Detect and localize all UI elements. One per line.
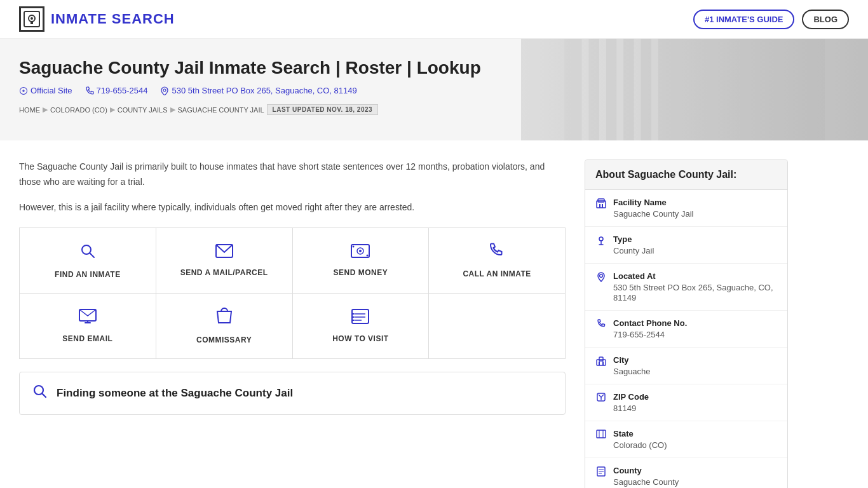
svg-point-37 bbox=[599, 237, 603, 241]
sidebar: About Saguache County Jail: Facility Nam… bbox=[585, 159, 788, 488]
breadcrumb-home[interactable]: HOME bbox=[19, 106, 40, 114]
zip-label: ZIP Code bbox=[613, 392, 649, 402]
how-to-visit-label: HOW TO VISIT bbox=[332, 334, 388, 343]
site-header: INMATE SEARCH #1 INMATE'S GUIDE BLOG bbox=[0, 0, 868, 39]
located-at-value: 530 5th Street PO Box 265, Saguache, CO,… bbox=[613, 283, 773, 302]
intro-paragraph-1: The Saguache County Jail is primarily bu… bbox=[19, 159, 566, 190]
hero-meta: Official Site 719-655-2544 530 5th Stree… bbox=[19, 86, 849, 95]
info-facility-name: Facility Name Saguache County Jail bbox=[585, 190, 787, 227]
main-container: The Saguache County Jail is primarily bu… bbox=[0, 140, 868, 488]
svg-rect-28 bbox=[353, 313, 355, 315]
send-email-icon bbox=[79, 309, 97, 328]
svg-point-19 bbox=[353, 246, 355, 248]
svg-rect-2 bbox=[31, 21, 33, 24]
commissary-label: COMMISSARY bbox=[196, 336, 252, 344]
header-nav: #1 INMATE'S GUIDE BLOG bbox=[693, 10, 849, 29]
state-icon bbox=[595, 430, 607, 441]
county-icon bbox=[595, 466, 607, 479]
svg-point-18 bbox=[359, 250, 362, 252]
guide-button[interactable]: #1 INMATE'S GUIDE bbox=[693, 10, 794, 29]
page-title: Saguache County Jail Inmate Search | Ros… bbox=[19, 58, 849, 78]
info-county: County Saguache County bbox=[585, 458, 787, 488]
county-value: Saguache County bbox=[613, 477, 679, 487]
call-inmate-label: CALL AN INMATE bbox=[463, 269, 531, 278]
svg-line-14 bbox=[90, 254, 94, 258]
svg-point-12 bbox=[163, 89, 166, 92]
blog-button[interactable]: BLOG bbox=[802, 10, 849, 29]
facility-name-icon bbox=[595, 198, 607, 211]
send-email-label: SEND EMAIL bbox=[62, 334, 112, 343]
finding-title: Finding someone at the Saguache County J… bbox=[57, 387, 293, 400]
located-at-icon bbox=[595, 272, 607, 285]
city-label: City bbox=[613, 355, 651, 365]
sidebar-card: About Saguache County Jail: Facility Nam… bbox=[585, 159, 788, 488]
info-phone: Contact Phone No. 719-655-2544 bbox=[585, 311, 787, 348]
address-info: 530 5th Street PO Box 265, Saguache, CO,… bbox=[160, 86, 356, 95]
action-how-to-visit[interactable]: HOW TO VISIT bbox=[293, 294, 430, 358]
phone-value: 719-655-2544 bbox=[613, 330, 665, 339]
svg-rect-34 bbox=[599, 204, 600, 208]
state-label: State bbox=[613, 429, 667, 438]
sidebar-body: Facility Name Saguache County Jail Type … bbox=[585, 190, 787, 488]
info-state: State Colorado (CO) bbox=[585, 421, 787, 458]
logo-text: INMATE SEARCH bbox=[51, 11, 175, 27]
city-value: Saguache bbox=[613, 367, 651, 376]
official-site-link[interactable]: Official Site bbox=[19, 86, 72, 95]
svg-rect-29 bbox=[353, 316, 355, 318]
action-grid: FIND AN INMATE SEND A MAIL/PARCEL bbox=[19, 227, 566, 359]
svg-point-38 bbox=[600, 274, 603, 278]
state-value: Colorado (CO) bbox=[613, 440, 667, 450]
svg-rect-30 bbox=[353, 320, 355, 321]
svg-rect-45 bbox=[597, 430, 606, 438]
commissary-icon bbox=[216, 308, 233, 329]
action-commissary[interactable]: COMMISSARY bbox=[156, 294, 293, 358]
sidebar-header: About Saguache County Jail: bbox=[585, 160, 787, 190]
phone-label: Contact Phone No. bbox=[613, 318, 687, 328]
finding-search-icon bbox=[32, 384, 48, 403]
svg-point-20 bbox=[367, 255, 369, 257]
send-mail-label: SEND A MAIL/PARCEL bbox=[180, 268, 268, 277]
send-mail-icon bbox=[215, 244, 233, 262]
how-to-visit-icon bbox=[351, 309, 369, 328]
intro-paragraph-2: However, this is a jail facility where t… bbox=[19, 200, 566, 215]
action-find-inmate[interactable]: FIND AN INMATE bbox=[20, 228, 156, 293]
breadcrumb-current[interactable]: SAGUACHE COUNTY JAIL bbox=[178, 106, 264, 114]
last-updated-badge: LAST UPDATED NOV. 18, 2023 bbox=[267, 104, 379, 115]
breadcrumb: HOME ▶ COLORADO (CO) ▶ COUNTY JAILS ▶ SA… bbox=[19, 104, 849, 115]
county-label: County bbox=[613, 466, 679, 475]
type-icon bbox=[595, 235, 607, 248]
action-send-email[interactable]: SEND EMAIL bbox=[20, 294, 156, 358]
zip-icon bbox=[595, 393, 607, 404]
info-zip: ZIP Code 81149 bbox=[585, 384, 787, 421]
phone-icon bbox=[595, 319, 607, 332]
type-label: Type bbox=[613, 234, 654, 244]
facility-name-label: Facility Name bbox=[613, 198, 693, 207]
info-type: Type County Jail bbox=[585, 227, 787, 264]
site-logo[interactable]: INMATE SEARCH bbox=[19, 6, 175, 32]
action-send-mail[interactable]: SEND A MAIL/PARCEL bbox=[156, 228, 293, 293]
located-at-label: Located At bbox=[613, 271, 777, 281]
action-call-inmate[interactable]: CALL AN INMATE bbox=[429, 228, 565, 293]
call-inmate-icon bbox=[489, 243, 505, 263]
find-inmate-icon bbox=[79, 242, 97, 264]
svg-rect-40 bbox=[599, 362, 600, 365]
city-icon bbox=[595, 356, 607, 369]
breadcrumb-county-jails[interactable]: COUNTY JAILS bbox=[118, 106, 168, 114]
finding-section: Finding someone at the Saguache County J… bbox=[19, 372, 566, 415]
hero-section: Saguache County Jail Inmate Search | Ros… bbox=[0, 39, 868, 140]
action-send-money[interactable]: SEND MONEY bbox=[293, 228, 430, 293]
svg-rect-42 bbox=[599, 357, 603, 361]
send-money-label: SEND MONEY bbox=[334, 268, 388, 277]
find-inmate-label: FIND AN INMATE bbox=[55, 270, 121, 279]
zip-value: 81149 bbox=[613, 403, 636, 413]
svg-rect-41 bbox=[602, 362, 604, 365]
send-money-icon bbox=[351, 244, 370, 262]
phone-link[interactable]: 719-655-2544 bbox=[85, 86, 148, 95]
svg-rect-35 bbox=[602, 204, 603, 208]
action-row-1: FIND AN INMATE SEND A MAIL/PARCEL bbox=[20, 228, 565, 294]
facility-name-value: Saguache County Jail bbox=[613, 209, 693, 219]
breadcrumb-state[interactable]: COLORADO (CO) bbox=[50, 106, 107, 114]
svg-line-32 bbox=[43, 394, 46, 398]
info-located-at: Located At 530 5th Street PO Box 265, Sa… bbox=[585, 264, 787, 311]
svg-point-3 bbox=[31, 17, 33, 20]
